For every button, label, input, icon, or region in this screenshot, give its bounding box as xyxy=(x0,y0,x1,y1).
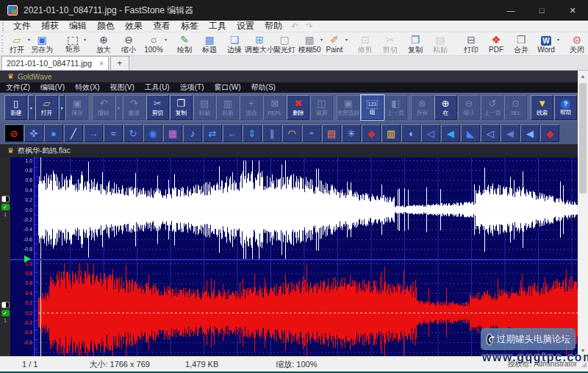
effect-speaker-loud-button[interactable]: ◖ xyxy=(401,124,420,142)
effect-doppler-button[interactable]: ≈ xyxy=(104,124,123,142)
effect-offset-button[interactable]: ⇄ xyxy=(203,124,222,142)
fs-menu-item-settings[interactable]: 设置 xyxy=(232,21,259,32)
playback-marker-icon[interactable] xyxy=(24,255,31,263)
channel-enabled-icon[interactable]: ✓ xyxy=(1,204,10,210)
effect-speaker-out-button[interactable]: ◁ xyxy=(481,124,500,142)
waveform-display[interactable] xyxy=(38,157,578,356)
gw-cut-button[interactable]: ✂剪切 xyxy=(146,95,169,120)
effect-bounce-button[interactable]: → xyxy=(84,124,103,142)
gw-copy-button[interactable]: ❐复制 xyxy=(170,95,193,120)
effect-speaker-max-button[interactable]: ◀ xyxy=(441,124,460,142)
scroll-up-icon[interactable]: ▴ xyxy=(578,71,588,82)
rect-select-button[interactable]: 矩形▾ xyxy=(60,32,85,55)
toolbar-drag-handle[interactable] xyxy=(2,22,6,31)
channel-display-icon[interactable] xyxy=(1,196,10,202)
resize-button[interactable]: ⊞调整大小 xyxy=(247,32,272,55)
chevron-down-icon[interactable]: ▾ xyxy=(28,95,35,120)
effect-ramp-button[interactable]: ╱ xyxy=(64,124,83,142)
undo-icon[interactable]: ↶ xyxy=(287,21,302,32)
chevron-down-icon[interactable]: ▾ xyxy=(59,95,65,120)
fs-menu-item-tools[interactable]: 工具 xyxy=(204,21,232,32)
effect-eq-color-button[interactable]: ▤ xyxy=(322,124,341,142)
merge-button[interactable]: ❒合并 xyxy=(509,32,534,55)
print-button[interactable]: ⊟打印 xyxy=(459,32,484,55)
toolbar-drag-handle[interactable] xyxy=(1,35,3,52)
fs-menu-item-view[interactable]: 查看 xyxy=(148,21,176,32)
gw-delete-button[interactable]: ✖删除 xyxy=(287,95,309,120)
gw-menu-item-window[interactable]: 窗口(W) xyxy=(214,82,240,93)
fs-menu-item-colors[interactable]: 颜色 xyxy=(92,21,120,32)
fs-menu-item-file[interactable]: 文件 xyxy=(8,21,36,32)
channel-display-icon[interactable] xyxy=(1,302,10,308)
gw-menu-item-options[interactable]: 选项(T) xyxy=(180,82,204,93)
effect-speaker-mark-button[interactable]: ◆ xyxy=(540,124,559,142)
effect-eq-button[interactable]: ∥ xyxy=(262,124,282,142)
blur50-button[interactable]: ▩模糊50▾ xyxy=(297,32,322,55)
effect-pitch-button[interactable]: ● xyxy=(44,124,63,142)
maximize-button[interactable]: □ xyxy=(526,0,557,21)
effect-speaker-corner-button[interactable]: ◣ xyxy=(461,124,480,142)
effect-reverse-button[interactable]: ← xyxy=(223,124,242,142)
gw-menu-item-file[interactable]: 文件(Z) xyxy=(6,82,30,93)
minimize-button[interactable]: — xyxy=(495,0,526,21)
gw-menu-item-edit[interactable]: 编辑(V) xyxy=(40,82,65,93)
tab-close-icon[interactable]: × xyxy=(99,60,104,68)
gw-help-button[interactable]: ?帮助 xyxy=(554,95,577,120)
new-tab-button[interactable]: + xyxy=(110,56,129,70)
tab-active[interactable]: 2021-01-10_084711.jpg × xyxy=(1,56,109,70)
zoom-in-button[interactable]: ⊕放大 xyxy=(91,32,116,55)
effect-speaker-minus-button[interactable]: ◁ xyxy=(421,124,440,142)
draw-button[interactable]: ✎绘制 xyxy=(172,32,197,55)
image-view[interactable]: ♛ GoldWave 文件(Z)编辑(V)特效(X)视图(V)工具(U)选项(T… xyxy=(0,71,588,356)
pdf-button[interactable]: ❖PDF xyxy=(484,32,509,55)
chevron-down-icon[interactable]: ▾ xyxy=(165,37,167,42)
fs-menu-item-capture[interactable]: 捕获 xyxy=(36,21,64,32)
gw-new-button[interactable]: ▯新建 xyxy=(4,95,27,120)
effect-stereo-red-button[interactable]: ◆ xyxy=(362,124,381,142)
fs-menu-item-tags[interactable]: 标签 xyxy=(176,21,204,32)
caption-button[interactable]: ▦标题 xyxy=(197,32,222,55)
effect-speaker-dim-button[interactable]: ◀ xyxy=(501,124,520,142)
gw-menu-item-tools[interactable]: 工具(U) xyxy=(145,82,170,93)
effect-interpolate-button[interactable]: ♪ xyxy=(183,124,202,142)
word-button[interactable]: WWord▾ xyxy=(534,32,559,55)
scrollbar-thumb[interactable] xyxy=(579,83,587,193)
fs-menu-item-help[interactable]: 帮助 xyxy=(259,21,287,32)
paint-button[interactable]: ✐Paint▾ xyxy=(322,32,347,55)
chevron-down-icon[interactable]: ▾ xyxy=(84,37,86,42)
fs-menu-item-edit[interactable]: 编辑 xyxy=(64,21,92,32)
chevron-down-icon[interactable]: ▾ xyxy=(557,37,559,42)
gw-menu-item-view[interactable]: 视图(V) xyxy=(110,82,134,93)
open-button[interactable]: ▱打开▾ xyxy=(4,32,29,55)
copy-button[interactable]: ❐复制 xyxy=(403,32,428,55)
effect-spark-button[interactable]: ✳ xyxy=(342,124,361,142)
effect-flange-button[interactable]: ◉ xyxy=(143,124,162,142)
zoom-100-button[interactable]: ○100%▾ xyxy=(141,32,166,55)
gw-group-button[interactable]: 123组 xyxy=(361,95,384,120)
effect-dome-button[interactable]: ◓ xyxy=(302,124,321,142)
save-as-button[interactable]: ▣另存为 xyxy=(29,32,54,55)
spotlight-button[interactable]: ▢聚光灯 xyxy=(272,32,297,55)
close-button[interactable]: ⊙关闭 xyxy=(564,32,588,55)
zoom-out-button[interactable]: ⊖缩小 xyxy=(116,32,141,55)
redo-icon[interactable]: ↷ xyxy=(302,21,317,32)
close-button[interactable]: ✕ xyxy=(557,0,588,21)
effect-echo-button[interactable]: ↻ xyxy=(123,124,143,142)
channel-enabled-icon[interactable]: ✓ xyxy=(1,310,10,316)
effect-filter-button[interactable]: ▦ xyxy=(163,124,182,142)
gw-menu-item-help[interactable]: 帮助(S) xyxy=(251,82,276,93)
gw-cue-button[interactable]: ▼线索 xyxy=(531,95,553,120)
chevron-down-icon[interactable]: ▾ xyxy=(345,37,348,42)
effect-panel-button[interactable]: ▥ xyxy=(381,124,401,142)
effect-cancel-button[interactable]: ⊘ xyxy=(4,124,24,142)
effect-move-button[interactable]: ✜ xyxy=(24,124,43,142)
gw-open-button[interactable]: ▱打开 xyxy=(35,95,58,120)
vertical-scrollbar[interactable]: ▴ ▾ xyxy=(578,71,588,356)
gw-zoom-in-button[interactable]: ⊕在 xyxy=(434,95,457,120)
effect-volume-shape-button[interactable]: ⇕ xyxy=(243,124,262,142)
fs-menu-item-effects[interactable]: 效果 xyxy=(120,21,148,32)
effect-spectrum-button[interactable]: ◠ xyxy=(282,124,301,142)
gw-menu-item-effects[interactable]: 特效(X) xyxy=(75,82,99,93)
effect-speaker-mid-button[interactable]: ◀ xyxy=(520,124,539,142)
edge-button[interactable]: ❏边缘 xyxy=(222,32,247,55)
